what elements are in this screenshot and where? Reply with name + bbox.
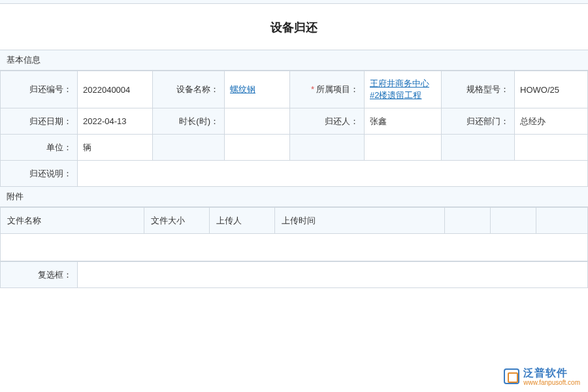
- label-unit: 单位：: [1, 135, 78, 161]
- value-return-no: 2022040004: [78, 71, 153, 108]
- empty-value-1: [225, 135, 290, 161]
- label-duration: 时长(时)：: [153, 108, 225, 135]
- empty-label-3: [442, 135, 515, 161]
- required-mark: *: [311, 84, 314, 94]
- section-attachments: 附件: [0, 187, 588, 207]
- label-checkbox: 复选框：: [1, 262, 78, 288]
- value-duration: [225, 108, 290, 135]
- value-return-date: 2022-04-13: [78, 108, 153, 135]
- page-title: 设备归还: [0, 4, 588, 50]
- col-extra-2: [491, 208, 536, 234]
- value-return-desc: [78, 161, 588, 187]
- equip-name-link[interactable]: 螺纹钢: [230, 84, 255, 94]
- brand-logo-icon: [504, 368, 519, 384]
- empty-value-2: [365, 135, 442, 161]
- label-spec: 规格型号：: [442, 71, 515, 108]
- col-upload-time: 上传时间: [275, 208, 445, 234]
- value-spec: HOWO/25: [515, 71, 588, 108]
- project-link-line1[interactable]: 王府井商务中心: [370, 78, 429, 88]
- section-basic-info: 基本信息: [0, 50, 588, 71]
- label-returner: 归还人：: [290, 108, 365, 135]
- col-file-name: 文件名称: [1, 208, 144, 234]
- col-extra-3: [536, 208, 588, 234]
- label-return-desc: 归还说明：: [1, 161, 78, 187]
- col-extra-1: [445, 208, 491, 234]
- empty-label-1: [153, 135, 225, 161]
- attachments-empty-row: [1, 234, 588, 261]
- value-checkbox: [78, 262, 588, 288]
- watermark: 泛普软件 www.fanpusoft.com: [504, 367, 580, 387]
- brand-url: www.fanpusoft.com: [523, 379, 580, 387]
- value-project[interactable]: 王府井商务中心 #2楼遗留工程: [365, 71, 442, 108]
- col-file-size: 文件大小: [144, 208, 210, 234]
- label-return-no: 归还编号：: [1, 71, 78, 108]
- empty-value-3: [515, 135, 588, 161]
- checkbox-table: 复选框：: [0, 261, 588, 288]
- value-unit: 辆: [78, 135, 153, 161]
- empty-label-2: [290, 135, 365, 161]
- brand-name: 泛普软件: [523, 367, 580, 379]
- value-return-dept: 总经办: [515, 108, 588, 135]
- attachments-table: 文件名称 文件大小 上传人 上传时间: [0, 207, 588, 261]
- project-link-line2[interactable]: #2楼遗留工程: [370, 90, 421, 100]
- label-return-date: 归还日期：: [1, 108, 78, 135]
- value-equip-name[interactable]: 螺纹钢: [225, 71, 290, 108]
- basic-info-table: 归还编号： 2022040004 设备名称： 螺纹钢 *所属项目： 王府井商务中…: [0, 71, 588, 187]
- value-returner: 张鑫: [365, 108, 442, 135]
- label-equip-name: 设备名称：: [153, 71, 225, 108]
- label-project: *所属项目：: [290, 71, 365, 108]
- label-return-dept: 归还部门：: [442, 108, 515, 135]
- col-uploader: 上传人: [210, 208, 275, 234]
